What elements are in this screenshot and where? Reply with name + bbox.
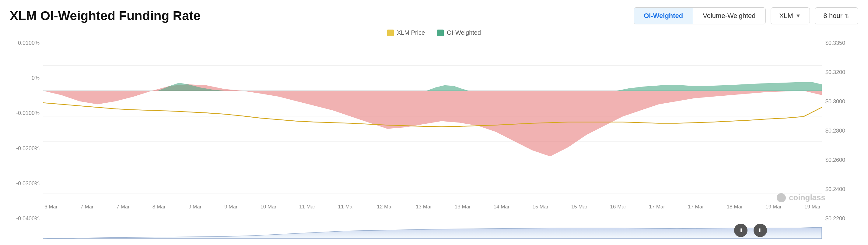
volume-weighted-button[interactable]: Volume-Weighted	[693, 8, 765, 24]
x-label-14: 15 Mar	[571, 204, 587, 210]
legend-item-xlm-price: XLM Price	[387, 29, 425, 36]
y-axis-right: $0.3350 $0.3200 $0.3000 $0.2800 $0.2600 …	[822, 40, 858, 240]
asset-chevron-icon: ▼	[796, 13, 801, 19]
x-label-1: 7 Mar	[80, 204, 93, 210]
positive-area-2	[426, 85, 469, 91]
x-label-20: 19 Mar	[804, 204, 820, 210]
x-label-11: 13 Mar	[455, 204, 471, 210]
interval-chevron-icon: ⇅	[845, 12, 849, 19]
mini-area	[43, 227, 822, 239]
coinglass-logo-icon	[777, 193, 786, 202]
y-label-5: -0.0400%	[10, 215, 43, 222]
y-label-right-0: $0.3350	[822, 40, 858, 46]
x-label-0: 6 Mar	[44, 204, 58, 210]
pause-button-left[interactable]: ⏸	[734, 224, 747, 237]
x-label-8: 11 Mar	[338, 204, 354, 210]
y-label-right-5: $0.2400	[822, 186, 858, 193]
main-svg	[43, 40, 822, 199]
x-label-6: 10 Mar	[260, 204, 276, 210]
x-label-15: 16 Mar	[610, 204, 626, 210]
x-label-19: 19 Mar	[766, 204, 781, 210]
legend-label-oi-weighted: OI-Weighted	[447, 29, 481, 36]
legend-color-oi-weighted	[437, 30, 444, 36]
svg-container	[43, 40, 822, 199]
y-label-2: -0.0100%	[10, 110, 43, 116]
oi-weighted-button[interactable]: OI-Weighted	[634, 8, 693, 24]
x-label-3: 8 Mar	[153, 204, 165, 210]
legend: XLM Price OI-Weighted	[10, 29, 858, 36]
x-label-10: 13 Mar	[416, 204, 432, 210]
x-label-16: 17 Mar	[649, 204, 665, 210]
x-label-5: 9 Mar	[224, 204, 238, 210]
page-container: XLM OI-Weighted Funding Rate OI-Weighted…	[0, 0, 868, 245]
chart-title: XLM OI-Weighted Funding Rate	[10, 8, 200, 23]
y-axis-left: 0.0100% 0% -0.0100% -0.0200% -0.0300% -0…	[10, 40, 43, 240]
legend-item-oi-weighted: OI-Weighted	[437, 29, 481, 36]
mini-chart[interactable]: ⏸ ⏸	[43, 216, 822, 240]
x-label-18: 18 Mar	[727, 204, 743, 210]
y-label-1: 0%	[10, 75, 43, 81]
x-label-2: 7 Mar	[116, 204, 129, 210]
positive-area-right	[617, 82, 822, 91]
weighting-toggle-group: OI-Weighted Volume-Weighted	[634, 7, 766, 24]
x-label-12: 14 Mar	[494, 204, 510, 210]
x-label-9: 12 Mar	[377, 204, 393, 210]
controls: OI-Weighted Volume-Weighted XLM ▼ 8 hour…	[634, 7, 858, 24]
x-label-7: 11 Mar	[299, 204, 315, 210]
chart-area: 0.0100% 0% -0.0100% -0.0200% -0.0300% -0…	[10, 40, 858, 240]
main-chart: 6 Mar 7 Mar 7 Mar 8 Mar 9 Mar 9 Mar 10 M…	[43, 40, 822, 240]
asset-selector[interactable]: XLM ▼	[771, 7, 810, 24]
x-label-13: 15 Mar	[532, 204, 549, 210]
y-label-right-3: $0.2800	[822, 128, 858, 134]
y-label-0: 0.0100%	[10, 40, 43, 46]
x-label-17: 17 Mar	[688, 204, 704, 210]
y-label-4: -0.0300%	[10, 181, 43, 187]
y-label-right-6: $0.2200	[822, 215, 858, 222]
legend-color-xlm-price	[387, 30, 394, 36]
x-axis: 6 Mar 7 Mar 7 Mar 8 Mar 9 Mar 9 Mar 10 M…	[43, 199, 822, 215]
coinglass-text: coinglass	[789, 193, 826, 202]
x-label-4: 9 Mar	[188, 204, 202, 210]
pause-icon-right: ⏸	[757, 227, 763, 234]
y-label-right-2: $0.3000	[822, 99, 858, 105]
y-label-right-4: $0.2600	[822, 157, 858, 163]
pause-icon-left: ⏸	[738, 227, 744, 234]
pause-button-right[interactable]: ⏸	[753, 224, 767, 237]
mini-svg	[43, 216, 822, 240]
y-label-right-1: $0.3200	[822, 69, 858, 76]
header-row: XLM OI-Weighted Funding Rate OI-Weighted…	[10, 7, 858, 24]
y-label-3: -0.0200%	[10, 145, 43, 152]
legend-label-xlm-price: XLM Price	[397, 29, 425, 36]
coinglass-watermark: coinglass	[777, 193, 826, 202]
interval-selector[interactable]: 8 hour ⇅	[815, 7, 858, 24]
negative-area	[43, 84, 822, 156]
